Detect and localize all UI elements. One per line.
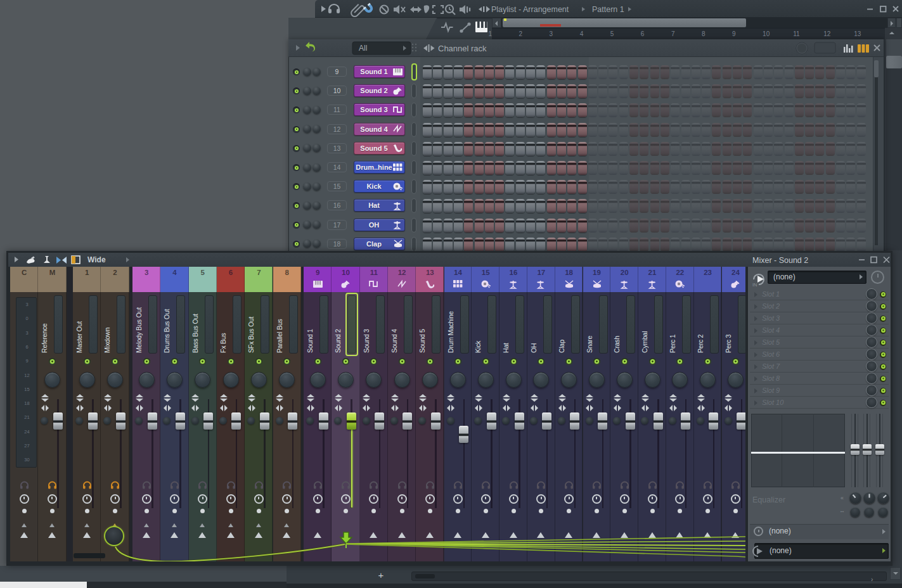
svg-text:11: 11 bbox=[793, 30, 800, 37]
svg-text:7: 7 bbox=[671, 30, 675, 37]
svg-text:12: 12 bbox=[823, 30, 831, 37]
svg-text:13: 13 bbox=[854, 30, 861, 37]
svg-text:6: 6 bbox=[641, 30, 645, 37]
svg-text:All: All bbox=[359, 44, 367, 53]
svg-text:1: 1 bbox=[489, 30, 493, 37]
svg-text:10: 10 bbox=[763, 30, 770, 37]
svg-text:Playlist - Arrangement: Playlist - Arrangement bbox=[491, 5, 569, 14]
svg-text:4: 4 bbox=[580, 30, 584, 37]
svg-text:8: 8 bbox=[702, 30, 705, 37]
svg-text:Pattern 1: Pattern 1 bbox=[592, 5, 624, 14]
svg-text:3: 3 bbox=[550, 30, 553, 37]
svg-text:2: 2 bbox=[519, 30, 523, 37]
svg-text:5: 5 bbox=[610, 30, 614, 37]
svg-text:Wide: Wide bbox=[87, 255, 106, 264]
svg-text:9: 9 bbox=[732, 30, 736, 37]
svg-text:Channel rack: Channel rack bbox=[438, 44, 487, 53]
svg-text:Mixer - Sound 2: Mixer - Sound 2 bbox=[752, 256, 808, 265]
svg-text:IN: IN bbox=[752, 282, 757, 288]
